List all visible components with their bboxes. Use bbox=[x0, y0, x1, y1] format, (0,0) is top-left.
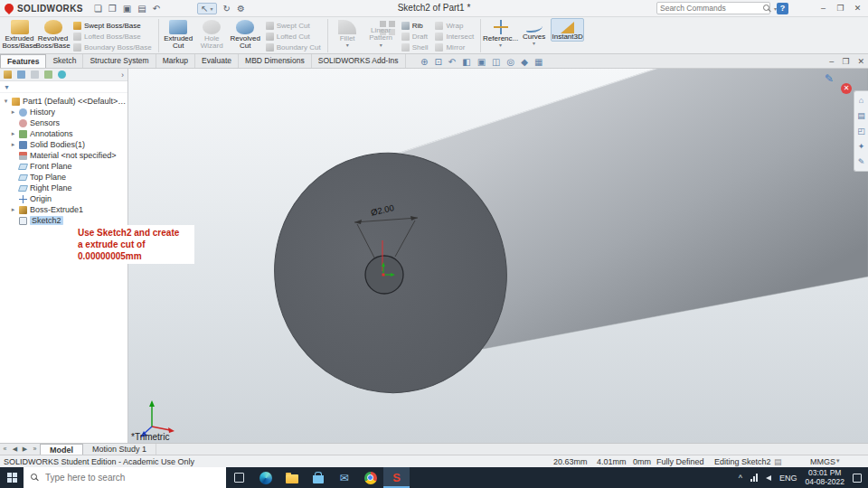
extruded-boss-base-button[interactable]: Extruded Boss/Base bbox=[3, 18, 36, 51]
help-icon[interactable]: ? bbox=[777, 3, 788, 14]
sketch-note[interactable]: Use Sketch2 and create a extrude cut of … bbox=[75, 225, 194, 264]
panel-flyout-chevron-icon[interactable]: › bbox=[121, 70, 124, 80]
chrome-taskbar-button[interactable] bbox=[357, 467, 383, 488]
tab-solidworks-addins[interactable]: SOLIDWORKS Add-Ins bbox=[312, 54, 406, 68]
linear-pattern-button[interactable]: Linear Pattern ▾ bbox=[364, 18, 398, 48]
language-indicator[interactable]: ENG bbox=[779, 474, 797, 483]
options-gear-icon[interactable]: ⚙ bbox=[237, 4, 245, 14]
intersect-button[interactable]: Intersect bbox=[433, 31, 476, 42]
doc-minimize-button[interactable]: – bbox=[829, 57, 834, 66]
close-button[interactable]: ✕ bbox=[849, 0, 866, 17]
action-center-icon[interactable] bbox=[853, 474, 862, 483]
rebuild-icon[interactable]: ↻ bbox=[223, 4, 231, 14]
task-view-button[interactable] bbox=[226, 467, 252, 488]
taskbar-search-input[interactable] bbox=[45, 473, 219, 483]
next-tab-button[interactable]: ▶ bbox=[20, 444, 30, 455]
feature-tree-tab-icon[interactable] bbox=[4, 70, 12, 79]
revolved-cut-button[interactable]: Revolved Cut bbox=[229, 18, 262, 51]
tree-item-material[interactable]: Material <not specified> bbox=[0, 150, 127, 161]
custom-properties-icon[interactable]: ✎ bbox=[858, 157, 865, 166]
open-document-icon[interactable]: ❐ bbox=[108, 4, 117, 14]
graphics-area[interactable]: Ø2.00 *Trimetric ⌂ ▤ ◰ ✦ ✎ ✎ ✕ bbox=[128, 69, 868, 443]
swept-cut-button[interactable]: Swept Cut bbox=[264, 20, 323, 31]
reference-geometry-button[interactable]: Referenc... ▾ bbox=[484, 18, 517, 48]
boundary-boss-base-button[interactable]: Boundary Boss/Base bbox=[71, 42, 154, 52]
command-search-box[interactable]: ▾ bbox=[656, 2, 770, 14]
network-icon[interactable] bbox=[750, 474, 758, 482]
tab-evaluate[interactable]: Evaluate bbox=[195, 54, 239, 68]
display-manager-tab-icon[interactable] bbox=[58, 70, 66, 79]
draft-button[interactable]: Draft bbox=[400, 31, 430, 42]
volume-icon[interactable] bbox=[766, 475, 771, 481]
tab-structure-system[interactable]: Structure System bbox=[83, 54, 156, 68]
previous-tab-button[interactable]: ◀ bbox=[10, 444, 20, 455]
zoom-area-icon[interactable]: ⊡ bbox=[434, 57, 441, 67]
solidworks-taskbar-button[interactable]: S bbox=[383, 467, 410, 488]
fillet-button[interactable]: Fillet ▾ bbox=[331, 18, 364, 48]
expand-arrow-icon[interactable]: ▸ bbox=[10, 108, 16, 116]
tree-item-part[interactable]: ▾ Part1 (Default) <<Default>_Displ bbox=[0, 96, 127, 107]
edit-appearance-icon[interactable]: ◆ bbox=[521, 57, 528, 67]
wrap-button[interactable]: Wrap bbox=[433, 20, 476, 31]
tab-motion-study[interactable]: Motion Study 1 bbox=[83, 444, 156, 455]
hidden-icons-chevron[interactable]: ^ bbox=[739, 474, 742, 483]
lofted-cut-button[interactable]: Lofted Cut bbox=[264, 31, 323, 42]
dimxpert-manager-tab-icon[interactable] bbox=[44, 70, 52, 79]
revolved-boss-base-button[interactable]: Revolved Boss/Base bbox=[36, 18, 70, 51]
lofted-boss-base-button[interactable]: Lofted Boss/Base bbox=[71, 31, 154, 42]
tab-markup[interactable]: Markup bbox=[156, 54, 195, 68]
save-icon[interactable]: ▣ bbox=[123, 4, 131, 14]
file-explorer-pane-icon[interactable]: ◰ bbox=[857, 127, 865, 136]
tree-item-solid-bodies[interactable]: ▸ Solid Bodies(1) bbox=[0, 139, 127, 150]
tree-filter-icon[interactable]: ▼ bbox=[4, 84, 10, 90]
boundary-cut-button[interactable]: Boundary Cut bbox=[264, 42, 323, 52]
tree-item-boss-extrude1[interactable]: ▸ Boss-Extrude1 bbox=[0, 204, 127, 215]
tree-item-top-plane[interactable]: Top Plane bbox=[0, 172, 127, 183]
minimize-button[interactable]: – bbox=[815, 0, 832, 17]
expand-arrow-icon[interactable]: ▸ bbox=[10, 141, 16, 148]
edge-taskbar-button[interactable] bbox=[252, 467, 278, 488]
print-icon[interactable]: ▤ bbox=[137, 4, 146, 14]
swept-boss-base-button[interactable]: Swept Boss/Base bbox=[71, 20, 154, 31]
units-label[interactable]: MMGS bbox=[810, 457, 835, 466]
curves-button[interactable]: Curves ▾ bbox=[517, 18, 551, 46]
rib-button[interactable]: Rib bbox=[400, 20, 430, 31]
tree-item-sensors[interactable]: Sensors bbox=[0, 117, 127, 128]
taskbar-search-box[interactable] bbox=[24, 467, 226, 488]
command-search-input[interactable] bbox=[660, 4, 760, 13]
cancel-sketch-icon[interactable]: ✕ bbox=[841, 83, 852, 94]
tree-item-annotations[interactable]: ▸ Annotations bbox=[0, 128, 127, 139]
first-tab-button[interactable]: « bbox=[0, 444, 10, 455]
model-scene[interactable]: Ø2.00 bbox=[128, 69, 868, 443]
tree-item-history[interactable]: ▸ History bbox=[0, 107, 127, 117]
property-manager-tab-icon[interactable] bbox=[17, 70, 25, 79]
store-taskbar-button[interactable] bbox=[305, 467, 331, 488]
collapse-arrow-icon[interactable]: ▾ bbox=[3, 98, 9, 105]
doc-restore-button[interactable]: ❐ bbox=[842, 57, 849, 66]
select-tool-button[interactable]: ↖ ▾ bbox=[197, 3, 216, 14]
hide-show-items-icon[interactable]: ◎ bbox=[507, 57, 515, 67]
configuration-manager-tab-icon[interactable] bbox=[31, 70, 39, 79]
expand-arrow-icon[interactable]: ▸ bbox=[10, 130, 16, 137]
clock[interactable]: 03:01 PM 04-08-2022 bbox=[806, 469, 844, 487]
zoom-fit-icon[interactable]: ⊕ bbox=[420, 57, 428, 67]
doc-close-button[interactable]: ✕ bbox=[857, 57, 864, 66]
file-explorer-taskbar-button[interactable] bbox=[278, 467, 305, 488]
shell-button[interactable]: Shell bbox=[400, 42, 430, 52]
last-tab-button[interactable]: » bbox=[30, 444, 40, 455]
section-view-icon[interactable]: ◧ bbox=[462, 57, 470, 67]
extruded-cut-button[interactable]: Extruded Cut bbox=[162, 18, 195, 51]
maximize-button[interactable]: ❐ bbox=[832, 0, 849, 17]
tab-mbd-dimensions[interactable]: MBD Dimensions bbox=[239, 54, 312, 68]
exit-sketch-icon[interactable]: ✎ bbox=[825, 72, 834, 85]
tab-model[interactable]: Model bbox=[40, 444, 83, 455]
mail-taskbar-button[interactable]: ✉ bbox=[331, 467, 357, 488]
tree-item-origin[interactable]: Origin bbox=[0, 193, 127, 204]
mirror-button[interactable]: Mirror bbox=[433, 42, 476, 52]
tree-item-right-plane[interactable]: Right Plane bbox=[0, 183, 127, 193]
previous-view-icon[interactable]: ↶ bbox=[448, 57, 456, 67]
instant3d-button[interactable]: Instant3D bbox=[551, 18, 584, 42]
new-document-icon[interactable]: ❏ bbox=[94, 4, 102, 14]
scene-icon[interactable]: ▦ bbox=[534, 57, 542, 67]
start-button[interactable] bbox=[0, 467, 24, 488]
